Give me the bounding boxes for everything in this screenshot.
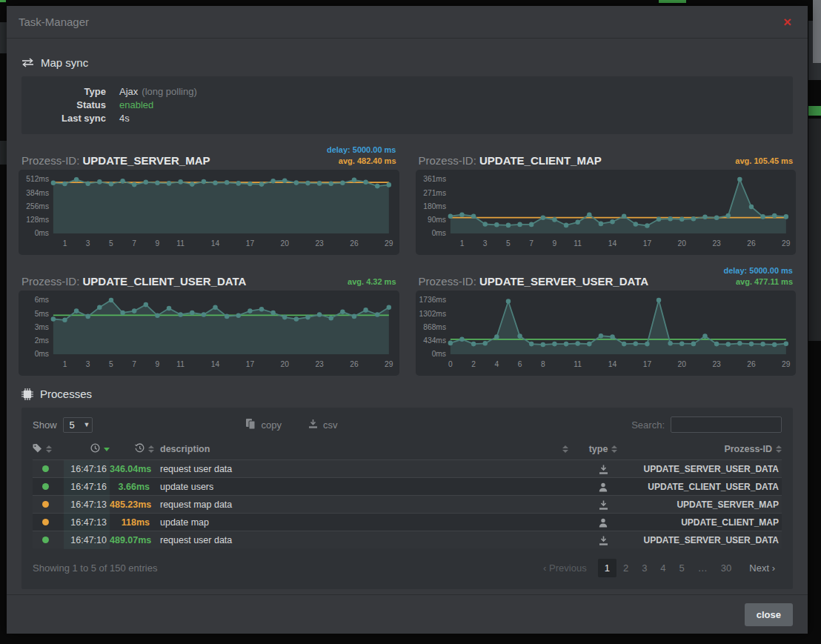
svg-text:20: 20 — [281, 239, 290, 248]
close-button[interactable]: close — [745, 603, 793, 626]
page-button-…[interactable]: … — [691, 559, 714, 577]
svg-text:26: 26 — [350, 239, 359, 248]
page-button-5[interactable]: 5 — [673, 559, 691, 577]
table-row[interactable]: 16:47:10489.07msrequest user dataUPDATE_… — [33, 531, 782, 548]
svg-text:271ms: 271ms — [423, 189, 446, 197]
row-prozess-id: UPDATE_SERVER_USER_DATA — [636, 535, 782, 545]
close-icon[interactable]: × — [779, 13, 796, 30]
col-type[interactable]: type — [570, 444, 636, 454]
svg-text:3ms: 3ms — [35, 323, 49, 331]
previous-page-button[interactable]: ‹ Previous — [536, 559, 594, 577]
chart-cell: Prozess-ID: UPDATE_SERVER_MAP delay: 500… — [19, 145, 399, 255]
chart-stats: avg. 105.45 ms — [735, 156, 793, 167]
svg-text:128ms: 128ms — [26, 216, 49, 224]
col-status[interactable] — [33, 443, 64, 455]
svg-text:17: 17 — [642, 239, 651, 248]
page-button-2[interactable]: 2 — [616, 559, 635, 577]
show-entries-select[interactable]: 5 — [63, 417, 93, 433]
avg-label: avg. 482.40 ms — [327, 156, 396, 167]
svg-text:11: 11 — [176, 239, 185, 248]
delay-label: delay: 5000.00 ms — [327, 145, 396, 156]
svg-text:868ms: 868ms — [423, 323, 446, 331]
tag-icon — [33, 443, 42, 455]
page-button-1[interactable]: 1 — [598, 559, 616, 577]
sort-icon — [776, 445, 782, 453]
svg-text:0ms: 0ms — [35, 350, 49, 358]
sort-desc-icon — [104, 448, 110, 451]
svg-text:29: 29 — [385, 360, 393, 368]
col-prozess-id[interactable]: Prozess-ID — [636, 444, 782, 454]
page-button-4[interactable]: 4 — [654, 559, 672, 577]
svg-text:20: 20 — [677, 360, 686, 368]
col-time[interactable] — [64, 443, 110, 455]
backdrop-fragment — [0, 141, 7, 165]
svg-text:5: 5 — [506, 239, 511, 248]
row-time: 16:47:10 — [64, 531, 110, 549]
svg-text:11: 11 — [176, 360, 185, 368]
svg-text:29: 29 — [385, 239, 393, 248]
chart-header: Prozess-ID: UPDATE_SERVER_MAP delay: 500… — [19, 145, 399, 170]
col-description[interactable]: description — [154, 444, 570, 454]
svg-text:3: 3 — [482, 239, 487, 248]
sort-icon — [46, 445, 52, 453]
table-row[interactable]: 16:47:16346.04msrequest user dataUPDATE_… — [33, 459, 782, 477]
row-time: 16:47:16 — [64, 460, 110, 478]
backdrop-fragment — [659, 0, 686, 3]
row-duration: 3.66ms — [110, 482, 154, 492]
backdrop-fragment — [0, 22, 7, 53]
status-dot — [42, 519, 49, 525]
map-sync-heading: Map sync — [21, 56, 793, 69]
row-prozess-id: UPDATE_CLIENT_USER_DATA — [636, 482, 782, 492]
page-button-30[interactable]: 30 — [714, 559, 738, 577]
svg-text:23: 23 — [315, 360, 324, 368]
csv-button[interactable]: csv — [304, 418, 342, 432]
svg-text:9: 9 — [156, 239, 160, 248]
chart-header: Prozess-ID: UPDATE_CLIENT_USER_DATA avg.… — [19, 265, 399, 291]
table-row[interactable]: 16:47:163.66msupdate usersUPDATE_CLIENT_… — [33, 477, 782, 495]
row-description: update map — [154, 517, 570, 528]
processes-panel: Show 5 ▼ copy — [21, 408, 793, 589]
type-label: Type — [32, 85, 119, 99]
svg-text:1: 1 — [459, 239, 464, 248]
svg-text:7: 7 — [529, 239, 534, 248]
svg-text:23: 23 — [712, 360, 721, 368]
task-manager-modal: Task-Manager × Map sync Type Ajax (long … — [7, 6, 808, 634]
map-sync-title: Map sync — [41, 56, 88, 69]
chart-title: Prozess-ID: UPDATE_CLIENT_MAP — [419, 154, 602, 167]
chart-cell: Prozess-ID: UPDATE_CLIENT_USER_DATA avg.… — [19, 265, 399, 376]
svg-text:1302ms: 1302ms — [419, 310, 445, 318]
server-download-icon — [599, 500, 608, 510]
svg-text:26: 26 — [350, 360, 359, 368]
backdrop-fragment — [808, 119, 821, 341]
row-description: request user data — [154, 535, 570, 545]
info-row-type: Type Ajax (long polling) — [32, 85, 782, 99]
processes-title: Processes — [40, 388, 92, 400]
modal-header: Task-Manager × — [7, 6, 808, 39]
chart-cell: Prozess-ID: UPDATE_SERVER_USER_DATA dela… — [416, 265, 797, 376]
table-header: description type Prozess-ID — [33, 442, 782, 459]
row-description: request user data — [154, 464, 570, 474]
col-duration[interactable] — [110, 443, 154, 455]
row-prozess-id: UPDATE_SERVER_MAP — [636, 499, 782, 510]
process-table: description type Prozess-ID 16:47:16346.… — [33, 442, 782, 548]
copy-button[interactable]: copy — [242, 418, 285, 432]
svg-text:8: 8 — [540, 360, 545, 368]
table-row[interactable]: 16:47:13485.23msrequest map dataUPDATE_S… — [33, 495, 782, 513]
pagination: ‹ Previous 12345…30 Next › — [536, 559, 782, 577]
backdrop-fragment — [0, 0, 6, 2]
row-description: request map data — [154, 499, 570, 510]
scrollbar-thumb[interactable] — [813, 0, 821, 63]
table-footer: Showing 1 to 5 of 150 entries ‹ Previous… — [33, 559, 782, 577]
server-download-icon — [599, 465, 608, 474]
svg-text:2: 2 — [471, 360, 476, 368]
next-page-button[interactable]: Next › — [742, 559, 782, 577]
chevron-left-icon: ‹ — [543, 562, 546, 574]
page-button-3[interactable]: 3 — [635, 559, 654, 577]
status-dot — [42, 501, 49, 508]
search-input[interactable] — [671, 416, 782, 433]
svg-text:0: 0 — [448, 360, 453, 368]
table-body: 16:47:16346.04msrequest user dataUPDATE_… — [33, 459, 782, 548]
chart-stats: delay: 5000.00 ms avg. 482.40 ms — [327, 145, 396, 167]
svg-text:23: 23 — [315, 239, 324, 248]
table-row[interactable]: 16:47:13118msupdate mapUPDATE_CLIENT_MAP — [33, 513, 782, 531]
